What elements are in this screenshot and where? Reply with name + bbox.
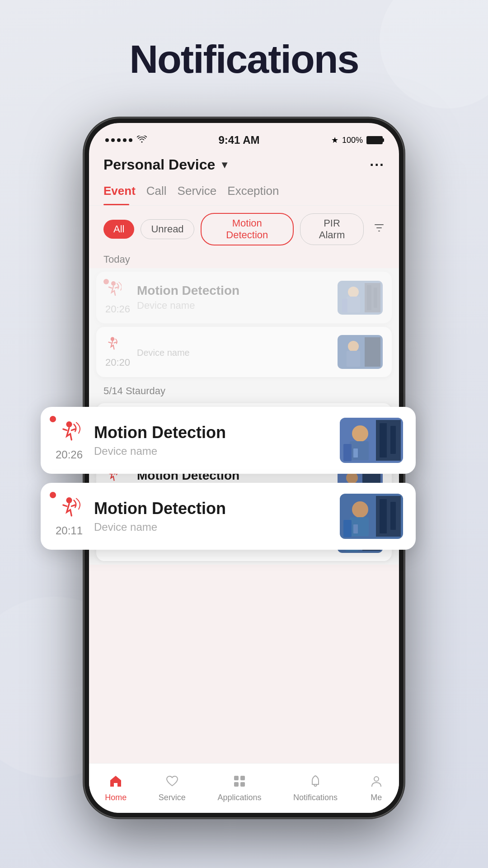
grid-icon	[233, 774, 246, 791]
device-selector[interactable]: Personal Device ▼	[103, 156, 230, 173]
floating-thumbnail-2	[340, 494, 403, 539]
notif-item-today-2[interactable]: 20:20 Device name	[96, 327, 392, 377]
svg-rect-32	[234, 782, 239, 787]
section-today: Today	[89, 249, 399, 268]
svg-rect-4	[374, 288, 377, 308]
svg-rect-44	[353, 448, 358, 458]
floating-time-1: 20:26	[56, 448, 83, 461]
phone-header: Personal Device ▼ ···	[89, 153, 399, 173]
section-saturday: 5/14 Staurday	[89, 381, 399, 400]
svg-rect-51	[350, 517, 369, 536]
unread-dot-fc2	[50, 492, 56, 498]
svg-point-0	[111, 281, 116, 286]
floating-icon-2: 20:11	[53, 495, 85, 537]
tabs-row: Event Call Service Exception	[89, 173, 399, 206]
home-icon	[109, 774, 122, 791]
svg-rect-48	[380, 499, 387, 533]
nav-service-label: Service	[159, 793, 186, 802]
floating-card-1[interactable]: 20:26 Motion Detection Device name	[41, 407, 416, 474]
floating-content-1: Motion Detection Device name	[94, 423, 331, 458]
tab-exception[interactable]: Exception	[227, 180, 290, 205]
status-bar: 9:41 AM ★ 100%	[89, 127, 399, 153]
svg-rect-53	[353, 524, 358, 533]
filter-unread[interactable]: Unread	[141, 219, 194, 239]
svg-rect-31	[240, 776, 245, 780]
filter-pir-alarm[interactable]: PIR Alarm	[300, 213, 364, 245]
notif-content: Motion Detection Device name	[137, 283, 331, 311]
svg-point-50	[352, 501, 368, 518]
nav-service[interactable]: Service	[159, 774, 186, 802]
floating-device-2: Device name	[94, 521, 331, 533]
svg-rect-12	[347, 351, 360, 367]
svg-point-36	[66, 421, 72, 427]
notif-icon-wrap-2: 20:20	[105, 336, 131, 368]
floating-title-1: Motion Detection	[94, 423, 331, 442]
svg-rect-43	[343, 444, 352, 461]
unread-dot	[103, 279, 109, 284]
floating-title-2: Motion Detection	[94, 499, 331, 518]
person-icon	[370, 774, 383, 791]
svg-point-8	[111, 337, 115, 341]
svg-point-11	[348, 341, 359, 352]
svg-rect-6	[347, 297, 360, 312]
bell-icon	[309, 774, 322, 791]
floating-card-2[interactable]: 20:11 Motion Detection Device name	[41, 483, 416, 550]
signal-indicator	[105, 138, 132, 142]
notif-item-today-1[interactable]: 20:26 Motion Detection Device name	[96, 272, 392, 323]
nav-me-label: Me	[371, 793, 382, 802]
svg-point-41	[352, 425, 368, 442]
notif-time-2: 20:20	[105, 357, 130, 368]
battery-icon	[366, 136, 383, 144]
nav-me[interactable]: Me	[370, 774, 383, 802]
bottom-nav: Home Service	[89, 763, 399, 813]
svg-point-5	[348, 287, 359, 297]
unread-dot-fc1	[50, 416, 56, 422]
filter-row: All Unread Motion Detection PIR Alarm	[89, 206, 399, 249]
notif-device-2: Device name	[137, 348, 331, 358]
svg-rect-33	[240, 782, 245, 787]
floating-content-2: Motion Detection Device name	[94, 499, 331, 533]
status-right: ★ 100%	[331, 135, 383, 145]
svg-rect-52	[343, 520, 352, 537]
device-name: Personal Device	[103, 156, 215, 173]
svg-rect-10	[365, 337, 380, 367]
tab-service[interactable]: Service	[178, 180, 228, 205]
filter-icon[interactable]	[374, 222, 385, 236]
svg-rect-7	[342, 299, 347, 312]
battery-percent: 100%	[342, 136, 363, 145]
heart-icon	[165, 774, 179, 791]
notif-thumbnail	[338, 281, 383, 315]
notif-time: 20:26	[105, 303, 130, 315]
more-menu-button[interactable]: ···	[370, 156, 385, 173]
wifi-icon	[137, 136, 147, 145]
notif-title: Motion Detection	[137, 283, 331, 298]
status-time: 9:41 AM	[218, 134, 259, 146]
svg-rect-39	[380, 423, 387, 458]
svg-point-45	[66, 497, 72, 503]
filter-all[interactable]: All	[103, 220, 134, 239]
tab-call[interactable]: Call	[146, 180, 178, 205]
notif-content-2: Device name	[137, 346, 331, 358]
notif-icon-wrap: 20:26	[105, 280, 131, 315]
svg-rect-30	[234, 776, 239, 780]
notif-thumbnail-2	[338, 335, 383, 369]
chevron-down-icon: ▼	[220, 159, 230, 171]
nav-notifications[interactable]: Notifications	[293, 774, 338, 802]
floating-device-1: Device name	[94, 445, 331, 458]
svg-rect-42	[350, 441, 369, 460]
svg-rect-49	[390, 502, 396, 530]
floating-time-2: 20:11	[56, 524, 83, 537]
floating-thumbnail-1	[340, 418, 403, 463]
floating-icon-1: 20:26	[53, 420, 85, 461]
svg-rect-40	[390, 426, 396, 454]
nav-notifications-label: Notifications	[293, 793, 338, 802]
nav-applications[interactable]: Applications	[217, 774, 261, 802]
tab-event[interactable]: Event	[103, 180, 146, 205]
svg-point-35	[374, 777, 379, 781]
filter-motion-detection[interactable]: Motion Detection	[201, 213, 294, 245]
motion-detection-icon-2	[105, 336, 120, 357]
nav-applications-label: Applications	[217, 793, 261, 802]
notif-device: Device name	[137, 300, 331, 311]
floating-cards: 20:26 Motion Detection Device name	[41, 407, 416, 559]
nav-home[interactable]: Home	[105, 774, 127, 802]
